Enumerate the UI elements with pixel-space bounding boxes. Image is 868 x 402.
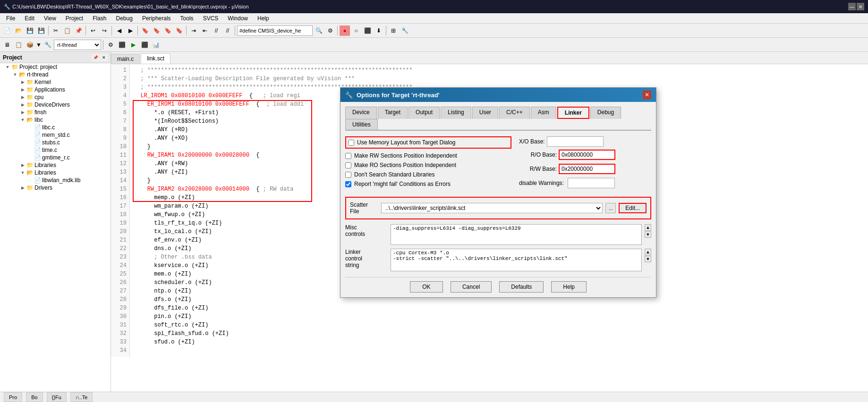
redo-button[interactable]: ↪ <box>99 25 110 36</box>
ok-button[interactable]: OK <box>410 281 443 293</box>
define-input[interactable] <box>237 25 313 36</box>
search-button[interactable]: 🔍 <box>314 25 324 36</box>
nav-fwd-button[interactable]: ▶ <box>125 25 136 36</box>
use-memory-checkbox[interactable] <box>348 140 354 146</box>
tree-item-libraries1[interactable]: ▶ 📁 Libraries <box>0 161 111 169</box>
tree-item-drivers[interactable]: ▶ 📁 Drivers <box>0 184 111 192</box>
minimize-button[interactable]: — <box>848 3 856 10</box>
menu-window[interactable]: Window <box>223 14 252 23</box>
menu-debug[interactable]: Debug <box>112 14 137 23</box>
dialog-tab-asm[interactable]: Asm <box>531 107 556 119</box>
tb2-btn8[interactable]: 📊 <box>151 40 161 50</box>
open-button[interactable]: 📂 <box>13 25 24 36</box>
dialog-tab-cc[interactable]: C/C++ <box>499 107 530 119</box>
scatter-edit-button[interactable]: Edit... <box>619 203 647 213</box>
bookmark4-button[interactable]: 🔖 <box>174 25 184 36</box>
misc-controls-textarea[interactable]: -diag_suppress=L6314 -diag_suppress=L632… <box>391 224 642 245</box>
bookmark3-button[interactable]: 🔖 <box>162 25 173 36</box>
status-tab-te[interactable]: ∩..Te <box>70 392 93 402</box>
defaults-button[interactable]: Defaults <box>499 281 544 293</box>
build2-button[interactable]: ○ <box>351 25 361 36</box>
menu-edit[interactable]: Edit <box>20 14 39 23</box>
paste-button[interactable]: 📌 <box>73 25 84 36</box>
cut-button[interactable]: ✂ <box>51 25 61 36</box>
close-button[interactable]: ✕ <box>857 3 864 10</box>
dialog-tab-linker[interactable]: Linker <box>557 107 589 119</box>
dialog-tab-device[interactable]: Device <box>345 107 377 119</box>
tree-item-libraries2[interactable]: ▼ 📂 Libraries <box>0 169 111 176</box>
tab-link-sct[interactable]: link.sct <box>141 53 170 64</box>
sidebar-pin-button[interactable]: 📌 <box>92 54 99 61</box>
linker-control-textarea[interactable]: -cpu Cortex-M3 *.o -strict -scatter "..\… <box>391 249 642 271</box>
undo-button[interactable]: ↩ <box>88 25 98 36</box>
bookmark-button[interactable]: 🔖 <box>140 25 150 36</box>
tree-item-stubs[interactable]: 📄 stubs.c <box>0 139 111 146</box>
nav-back-button[interactable]: ◀ <box>114 25 124 36</box>
bookmark2-button[interactable]: 🔖 <box>151 25 162 36</box>
dialog-tab-target[interactable]: Target <box>378 107 408 119</box>
tb2-btn4[interactable]: 🔧 <box>43 40 53 50</box>
dialog-tab-output[interactable]: Output <box>408 107 440 119</box>
menu-file[interactable]: File <box>2 14 19 23</box>
dialog-tab-utilities[interactable]: Utilities <box>345 119 378 130</box>
use-memory-label[interactable]: Use Memory Layout from Target Dialog <box>357 139 456 146</box>
tree-item-libwlan[interactable]: 📄 libwlan_mdk.lib <box>0 176 111 184</box>
tb2-btn7[interactable]: ⬛ <box>139 40 150 50</box>
grid-button[interactable]: ⊞ <box>388 25 399 36</box>
status-tab-pro[interactable]: Pro <box>4 392 22 402</box>
tree-item-time[interactable]: 📄 time.c <box>0 146 111 154</box>
menu-tools[interactable]: Tools <box>176 14 198 23</box>
tb2-btn6[interactable]: ▶ <box>128 40 138 50</box>
copy-button[interactable]: 📋 <box>62 25 72 36</box>
indent-button[interactable]: ⇥ <box>188 25 199 36</box>
tree-item-libc-c[interactable]: 📄 libc.c <box>0 124 111 131</box>
tree-item-devicedrivers[interactable]: ▶ 📁 DeviceDrivers <box>0 101 111 109</box>
uncomment-button[interactable]: // <box>222 25 233 36</box>
status-tab-fu[interactable]: {}Fu <box>47 392 67 402</box>
make-ro-checkbox[interactable] <box>345 162 351 168</box>
ro-base-input[interactable] <box>559 150 615 160</box>
misc-scroll-down[interactable]: ▼ <box>645 231 651 238</box>
unindent-button[interactable]: ⇤ <box>200 25 210 36</box>
dialog-tab-user[interactable]: User <box>472 107 498 119</box>
rw-base-input[interactable] <box>559 164 615 174</box>
dialog-close-button[interactable]: ✕ <box>643 91 651 99</box>
no-stdlibs-checkbox[interactable] <box>345 172 351 178</box>
target-dropdown[interactable]: rt-thread <box>54 40 101 50</box>
stop-button[interactable]: ⬛ <box>362 25 373 36</box>
settings-button[interactable]: ⚙ <box>325 25 335 36</box>
scatter-browse-button[interactable]: ... <box>605 203 616 213</box>
status-tab-bo[interactable]: Bo <box>26 392 43 402</box>
save-all-button[interactable]: 💾 <box>36 25 46 36</box>
make-rw-checkbox[interactable] <box>345 153 351 159</box>
tb2-dropdown-arrow[interactable]: ▼ <box>36 40 42 50</box>
misc-scroll-up[interactable]: ▲ <box>645 224 651 231</box>
tree-item-kernel[interactable]: ▶ 📁 Kernel <box>0 78 111 86</box>
save-button[interactable]: 💾 <box>25 25 35 36</box>
menu-view[interactable]: View <box>40 14 60 23</box>
tb2-btn1[interactable]: 🖥 <box>2 40 12 50</box>
tab-main-c[interactable]: main.c <box>111 54 140 64</box>
menu-project[interactable]: Project <box>61 14 87 23</box>
tree-item-applications[interactable]: ▶ 📁 Applications <box>0 86 111 93</box>
sidebar-close-button[interactable]: ✕ <box>100 54 108 61</box>
tree-item-libc[interactable]: ▼ 📂 libc <box>0 116 111 124</box>
menu-help[interactable]: Help <box>253 14 273 23</box>
tree-item-gmtime[interactable]: 📄 gmtime_r.c <box>0 154 111 161</box>
report-fail-checkbox[interactable] <box>345 181 351 187</box>
tree-item-rtthread[interactable]: ▼ 📂 rt-thread <box>0 71 111 78</box>
new-file-button[interactable]: 📄 <box>2 25 12 36</box>
tree-item-project[interactable]: ▼ 📁 Project: project <box>0 63 111 71</box>
linker-scroll-down[interactable]: ▼ <box>645 256 651 262</box>
menu-peripherals[interactable]: Peripherals <box>138 14 175 23</box>
tb2-btn2[interactable]: 📋 <box>13 40 24 50</box>
tree-item-mem-std[interactable]: 📄 mem_std.c <box>0 131 111 139</box>
tb2-settings[interactable]: ⚙ <box>105 40 116 50</box>
disable-warnings-input[interactable] <box>568 178 615 188</box>
scatter-file-select[interactable]: ..\..\drivers\linker_scripts\link.sct <box>381 203 603 213</box>
tree-item-cpu[interactable]: ▶ 📁 cpu <box>0 93 111 101</box>
menu-flash[interactable]: Flash <box>88 14 111 23</box>
xo-base-input[interactable] <box>547 136 604 147</box>
tb2-btn5[interactable]: ⬛ <box>117 40 127 50</box>
build-button[interactable]: ● <box>340 25 350 36</box>
